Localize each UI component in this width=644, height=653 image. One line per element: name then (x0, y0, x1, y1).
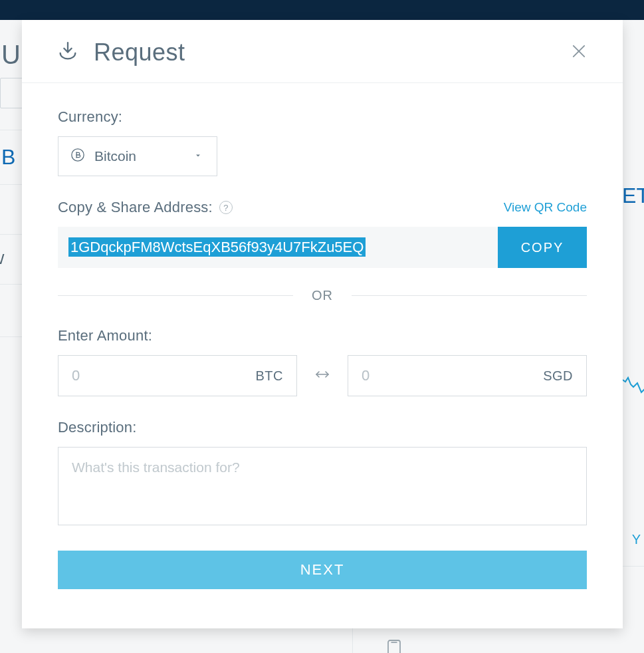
address-label: Copy & Share Address: (58, 199, 213, 216)
currency-selected-value: Bitcoin (94, 148, 136, 164)
modal-title: Request (94, 39, 185, 66)
view-qr-link[interactable]: View QR Code (504, 200, 587, 215)
copy-button[interactable]: COPY (498, 227, 587, 268)
amount-sgd-input[interactable] (362, 367, 488, 384)
description-section: Description: (58, 419, 587, 528)
amount-sgd-field[interactable]: SGD (348, 355, 587, 396)
bg-text: ET (622, 184, 644, 208)
download-icon (56, 40, 79, 65)
bg-sparkline (621, 372, 644, 405)
or-divider: OR (58, 288, 587, 303)
svg-rect-0 (388, 640, 400, 653)
bg-text: Y (632, 532, 641, 547)
amount-btc-field[interactable]: BTC (58, 355, 297, 396)
amount-sgd-unit: SGD (543, 368, 573, 384)
address-section: Copy & Share Address: ? View QR Code 1GD… (58, 199, 587, 268)
next-button[interactable]: NEXT (58, 551, 587, 589)
amount-btc-input[interactable] (72, 367, 199, 384)
amount-btc-unit: BTC (256, 368, 284, 384)
modal-header: Request (22, 20, 623, 83)
description-input[interactable] (58, 447, 587, 525)
currency-label: Currency: (58, 108, 587, 126)
currency-select[interactable]: Bitcoin (58, 136, 217, 176)
request-modal: Request Currency: Bitcoin (22, 20, 623, 628)
amount-section: Enter Amount: BTC SGD (58, 327, 587, 396)
address-value: 1GDqckpFM8WctsEqXB56f93y4U7FkZu5EQ (68, 237, 366, 257)
chevron-down-icon (194, 150, 202, 162)
currency-section: Currency: Bitcoin (58, 108, 587, 176)
swap-icon (314, 367, 330, 384)
description-label: Description: (58, 419, 587, 436)
bitcoin-icon (70, 148, 85, 165)
top-nav-bar (0, 0, 644, 20)
close-icon[interactable] (570, 42, 588, 63)
address-display[interactable]: 1GDqckpFM8WctsEqXB56f93y4U7FkZu5EQ (58, 227, 498, 268)
help-icon[interactable]: ? (219, 201, 233, 214)
or-text: OR (312, 288, 333, 303)
phone-icon (382, 638, 406, 653)
amount-label: Enter Amount: (58, 327, 587, 344)
